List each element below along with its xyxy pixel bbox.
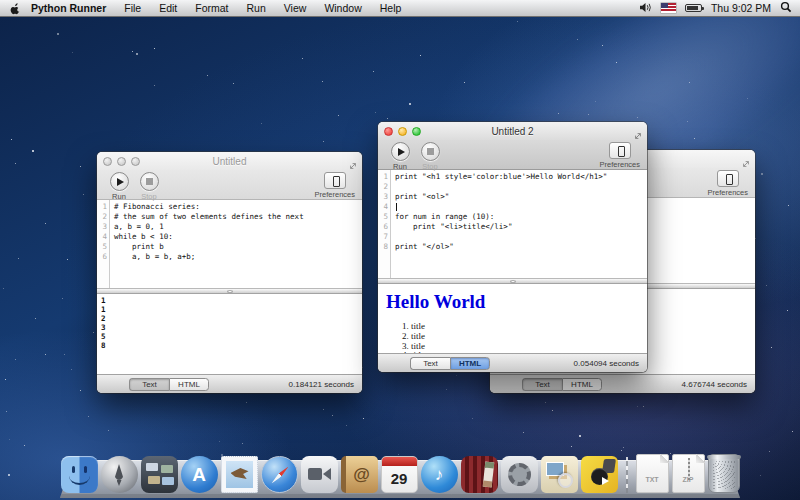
- zip-archive-icon[interactable]: ZIP: [672, 454, 705, 493]
- rendered-heading: Hello World: [386, 291, 641, 313]
- preferences-icon: [717, 170, 739, 187]
- stop-button[interactable]: Stop: [415, 142, 445, 171]
- app-menu[interactable]: Python Runner: [31, 0, 115, 16]
- menu-file[interactable]: File: [115, 0, 150, 16]
- photo-booth-icon[interactable]: [461, 456, 498, 493]
- dock: A @ 29 ♪ TXT ZIP: [60, 446, 740, 498]
- address-book-icon[interactable]: @: [341, 456, 378, 493]
- code-editor[interactable]: 12 34 56 # Fibonacci series: # the sum o…: [97, 200, 362, 288]
- menu-run[interactable]: Run: [238, 0, 275, 16]
- mail-icon[interactable]: [221, 456, 258, 493]
- tab-text[interactable]: Text: [522, 378, 562, 391]
- tab-html[interactable]: HTML: [562, 378, 602, 391]
- launchpad-icon[interactable]: [101, 456, 138, 493]
- finder-icon[interactable]: [61, 456, 98, 493]
- preferences-button[interactable]: Preferences: [315, 172, 355, 199]
- menu-view[interactable]: View: [275, 0, 316, 16]
- itunes-note: ♪: [421, 456, 458, 493]
- menu-bar: Python Runner File Edit Format Run View …: [0, 0, 800, 17]
- facetime-icon[interactable]: [301, 456, 338, 493]
- rendered-ordered-list: title title title title title title: [411, 322, 641, 353]
- window-untitled-2: Untitled 2 Run Stop Preferences 12 34 56…: [378, 122, 647, 372]
- minimize-button[interactable]: [117, 157, 126, 166]
- code-text: # Fibonacci series: # the sum of two ele…: [110, 200, 362, 288]
- line-number-gutter: 12 34 56 78: [378, 170, 391, 278]
- code-editor[interactable]: 12 34 56 78 print "<h1 style='color:blue…: [378, 170, 647, 278]
- spotlight-icon[interactable]: [780, 1, 792, 15]
- mission-control-icon[interactable]: [141, 456, 178, 493]
- minimize-button[interactable]: [398, 127, 407, 136]
- pane-splitter[interactable]: [378, 278, 647, 284]
- stop-button[interactable]: Stop: [134, 172, 164, 201]
- preferences-icon: [609, 142, 631, 159]
- tab-text[interactable]: Text: [410, 357, 450, 370]
- address-book-at-sign: @: [346, 456, 378, 493]
- volume-icon[interactable]: [639, 2, 652, 15]
- bottom-bar: Text HTML 0.184121 seconds: [97, 374, 362, 393]
- preferences-button[interactable]: Preferences: [708, 170, 748, 197]
- run-button[interactable]: Run: [385, 142, 415, 171]
- bottom-bar: Text HTML 0.054094 seconds: [378, 353, 647, 372]
- python-runner-icon[interactable]: [581, 456, 618, 493]
- zoom-button[interactable]: [412, 127, 421, 136]
- input-language-flag-icon[interactable]: [661, 3, 676, 13]
- preferences-icon: [324, 172, 346, 189]
- tab-html[interactable]: HTML: [169, 378, 209, 391]
- splitter-dimple-icon: [227, 290, 233, 293]
- dock-separator: [626, 457, 628, 493]
- preview-icon[interactable]: [541, 456, 578, 493]
- titlebar-untitled[interactable]: Untitled: [97, 152, 362, 170]
- battery-icon[interactable]: [685, 4, 702, 12]
- titlebar-untitled-2[interactable]: Untitled 2: [378, 122, 647, 140]
- code-text: print "<h1 style='color:blue'>Hello Worl…: [391, 170, 647, 278]
- text-cursor: [396, 203, 397, 211]
- tab-html[interactable]: HTML: [450, 357, 490, 370]
- elapsed-time: 0.054094 seconds: [574, 359, 639, 368]
- txt-document-icon[interactable]: TXT: [636, 454, 669, 493]
- apple-menu-icon[interactable]: [9, 2, 21, 15]
- close-button[interactable]: [384, 127, 393, 136]
- pane-splitter[interactable]: [97, 288, 362, 294]
- output-mode-segment: Text HTML: [522, 378, 602, 391]
- stop-icon: [146, 178, 153, 185]
- output-pane-html[interactable]: Hello World title title title title titl…: [378, 284, 647, 353]
- stop-icon: [427, 148, 434, 155]
- menu-format[interactable]: Format: [186, 0, 237, 16]
- elapsed-time: 4.676744 seconds: [682, 380, 747, 389]
- app-store-letter: A: [181, 456, 218, 493]
- output-mode-segment: Text HTML: [410, 357, 490, 370]
- window-untitled: Untitled Run Stop Preferences 12 34 56: [97, 152, 362, 393]
- toolbar: Run Stop Preferences: [378, 140, 647, 170]
- trash-icon[interactable]: [708, 454, 740, 493]
- zip-label: ZIP: [673, 467, 704, 492]
- ical-icon[interactable]: 29: [381, 456, 418, 493]
- menu-edit[interactable]: Edit: [150, 0, 186, 16]
- close-button[interactable]: [103, 157, 112, 166]
- bottom-bar: Text HTML 4.676744 seconds: [490, 374, 755, 393]
- txt-label: TXT: [637, 467, 668, 492]
- toolbar: Run Stop Preferences: [97, 170, 362, 200]
- splitter-dimple-icon: [510, 280, 516, 283]
- safari-icon[interactable]: [261, 456, 298, 493]
- output-mode-segment: Text HTML: [129, 378, 209, 391]
- line-number-gutter: 12 34 56: [97, 200, 110, 288]
- elapsed-time: 0.184121 seconds: [289, 380, 354, 389]
- system-preferences-icon[interactable]: [501, 456, 538, 493]
- app-store-icon[interactable]: A: [181, 456, 218, 493]
- output-pane[interactable]: 1 1 2 3 5 8: [97, 294, 362, 374]
- run-button[interactable]: Run: [104, 172, 134, 201]
- menu-bar-clock[interactable]: Thu 9:02 PM: [711, 2, 771, 14]
- preferences-button[interactable]: Preferences: [600, 142, 640, 169]
- ical-day-number: 29: [382, 464, 417, 492]
- itunes-icon[interactable]: ♪: [421, 456, 458, 493]
- zoom-button[interactable]: [131, 157, 140, 166]
- menu-help[interactable]: Help: [371, 0, 411, 16]
- tab-text[interactable]: Text: [129, 378, 169, 391]
- menu-window[interactable]: Window: [315, 0, 370, 16]
- play-icon: [117, 178, 124, 186]
- play-icon: [398, 148, 405, 156]
